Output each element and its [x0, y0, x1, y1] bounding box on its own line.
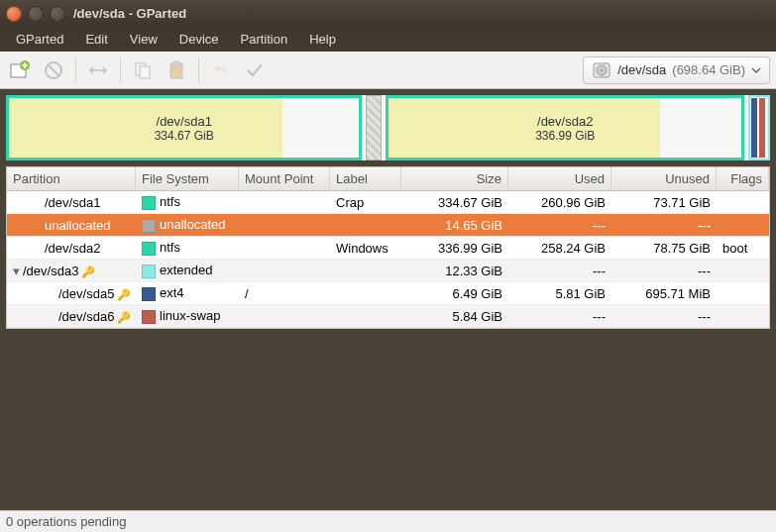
- table-row[interactable]: /dev/sda2ntfsWindows336.99 GiB258.24 GiB…: [7, 237, 769, 260]
- col-label[interactable]: Label: [330, 167, 401, 190]
- visual-fill: [388, 98, 660, 158]
- partition-visual: /dev/sda1 334.67 GiB /dev/sda2 336.99 Gi…: [6, 95, 770, 160]
- svg-rect-4: [140, 66, 150, 78]
- close-icon[interactable]: [6, 6, 22, 22]
- visual-sda6: [759, 98, 765, 158]
- svg-rect-6: [173, 61, 179, 65]
- device-size: (698.64 GiB): [672, 62, 745, 77]
- fs-swatch: [142, 287, 156, 301]
- table-row[interactable]: unallocatedunallocated14.65 GiB------: [7, 214, 769, 237]
- window-title: /dev/sda - GParted: [73, 6, 186, 21]
- resize-button: [84, 56, 112, 84]
- disk-icon: [592, 60, 611, 80]
- visual-label: /dev/sda2: [537, 114, 593, 129]
- col-flags[interactable]: Flags: [717, 167, 769, 190]
- separator: [75, 57, 76, 83]
- table-row[interactable]: ▾/dev/sda3🔑extended12.33 GiB------: [7, 260, 769, 282]
- fs-swatch: [142, 219, 156, 233]
- titlebar: /dev/sda - GParted: [0, 0, 776, 27]
- lock-icon: 🔑: [81, 266, 95, 277]
- menu-gparted[interactable]: GParted: [6, 29, 73, 50]
- menubar: GParted Edit View Device Partition Help: [0, 27, 776, 52]
- window-controls: [6, 6, 65, 22]
- visual-partition-sda2[interactable]: /dev/sda2 336.99 GiB: [386, 95, 744, 160]
- minimize-icon[interactable]: [28, 6, 44, 22]
- visual-partition-sda1[interactable]: /dev/sda1 334.67 GiB: [6, 95, 362, 160]
- table-header: Partition File System Mount Point Label …: [7, 167, 769, 191]
- col-size[interactable]: Size: [401, 167, 508, 190]
- visual-size: 334.67 GiB: [155, 129, 214, 143]
- menu-partition[interactable]: Partition: [231, 29, 298, 50]
- delete-button: [40, 56, 67, 84]
- table-row[interactable]: /dev/sda5🔑ext4/6.49 GiB5.81 GiB695.71 Mi…: [7, 282, 769, 305]
- table-body: /dev/sda1ntfsCrap334.67 GiB260.96 GiB73.…: [7, 191, 769, 328]
- menu-help[interactable]: Help: [299, 29, 346, 50]
- statusbar: 0 operations pending: [0, 510, 776, 532]
- separator: [120, 57, 121, 83]
- partition-table: Partition File System Mount Point Label …: [6, 166, 770, 329]
- visual-unallocated[interactable]: [366, 95, 382, 160]
- visual-extended[interactable]: [748, 95, 770, 160]
- svg-point-9: [601, 69, 603, 71]
- apply-button: [241, 56, 269, 84]
- fs-swatch: [142, 265, 156, 278]
- toolbar: /dev/sda (698.64 GiB): [0, 52, 776, 89]
- status-text: 0 operations pending: [6, 514, 126, 529]
- chevron-down-icon: [751, 65, 761, 75]
- undo-button: [207, 56, 235, 84]
- paste-button: [163, 56, 190, 84]
- col-filesystem[interactable]: File System: [136, 167, 239, 190]
- device-name: /dev/sda: [617, 62, 666, 77]
- new-partition-button[interactable]: [6, 56, 34, 84]
- table-row[interactable]: /dev/sda6🔑linux-swap5.84 GiB------: [7, 305, 769, 328]
- separator: [198, 57, 199, 83]
- visual-fill: [9, 98, 282, 158]
- lock-icon: 🔑: [117, 311, 131, 323]
- col-unused[interactable]: Unused: [611, 167, 717, 190]
- menu-view[interactable]: View: [120, 29, 167, 50]
- col-mountpoint[interactable]: Mount Point: [239, 167, 330, 190]
- visual-sda5: [751, 98, 757, 158]
- device-selector[interactable]: /dev/sda (698.64 GiB): [583, 56, 770, 84]
- maximize-icon[interactable]: [50, 6, 65, 22]
- menu-edit[interactable]: Edit: [75, 29, 117, 50]
- lock-icon: 🔑: [117, 288, 131, 300]
- col-used[interactable]: Used: [508, 167, 611, 190]
- col-partition[interactable]: Partition: [7, 167, 136, 190]
- fs-swatch: [142, 196, 156, 210]
- fs-swatch: [142, 310, 156, 324]
- table-row[interactable]: /dev/sda1ntfsCrap334.67 GiB260.96 GiB73.…: [7, 191, 769, 214]
- copy-button: [129, 56, 157, 84]
- visual-size: 336.99 GiB: [535, 129, 595, 143]
- fs-swatch: [142, 242, 156, 256]
- menu-device[interactable]: Device: [169, 29, 229, 50]
- visual-label: /dev/sda1: [157, 114, 212, 129]
